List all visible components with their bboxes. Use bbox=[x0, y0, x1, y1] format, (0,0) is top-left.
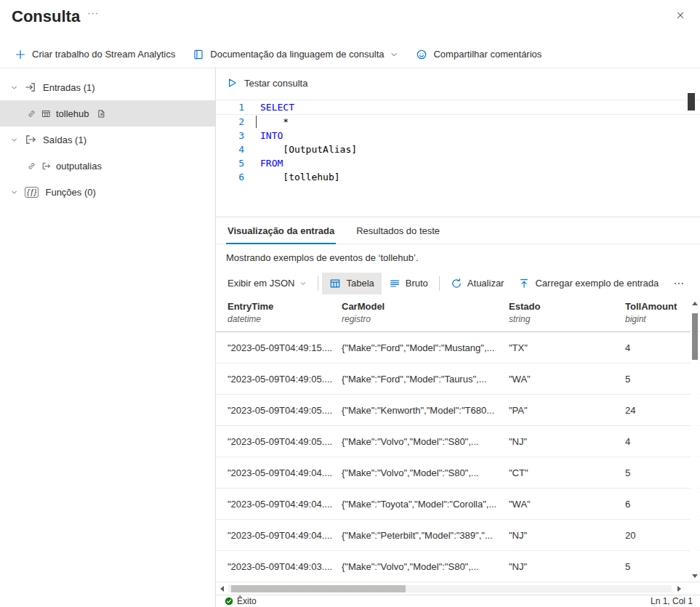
table-cell: {"Make":"Toyota","Model":"Corolla",... bbox=[342, 499, 509, 510]
sidebar-group-sa-das-1[interactable]: Saídas (1) bbox=[0, 126, 215, 153]
button-label: Compartilhar comentários bbox=[433, 49, 542, 60]
smiley-icon bbox=[416, 49, 427, 60]
column-name: Estado bbox=[509, 301, 625, 312]
refresh-button[interactable]: Atualizar bbox=[443, 273, 512, 294]
table-row[interactable]: "2023-05-09T04:49:04....{"Make":"Volvo",… bbox=[216, 457, 700, 489]
horizontal-scroll-thumb[interactable] bbox=[231, 585, 406, 592]
line-number: 5 bbox=[216, 156, 244, 170]
page-title: Consulta bbox=[12, 7, 80, 26]
table-row[interactable]: "2023-05-09T04:49:15....{"Make":"Ford","… bbox=[216, 332, 700, 363]
more-options-button[interactable] bbox=[666, 273, 692, 294]
status-bar: Êxito Ln 1, Col 1 bbox=[216, 595, 700, 607]
table-cell: "NJ" bbox=[509, 561, 625, 572]
preview-caption: Mostrando exemplos de eventos de ‘tolleh… bbox=[216, 244, 700, 270]
sidebar-group-fun-es-0[interactable]: {ƒ}Funções (0) bbox=[0, 179, 215, 205]
button-label: Exibir em JSON bbox=[228, 278, 294, 289]
column-type: string bbox=[509, 314, 625, 324]
table-row[interactable]: "2023-05-09T04:49:05....{"Make":"Kenwort… bbox=[216, 395, 700, 426]
book-icon bbox=[193, 49, 204, 60]
table-cell: {"Make":"Volvo","Model":"S80",... bbox=[342, 561, 509, 572]
code-line-6[interactable]: 6 [tollehub] bbox=[216, 170, 700, 184]
chevron-down-icon bbox=[10, 188, 18, 196]
column-header-tollamount[interactable]: TollAmountbigint bbox=[625, 301, 687, 331]
button-label: Bruto bbox=[406, 278, 428, 289]
table-horizontal-scrollbar[interactable] bbox=[216, 582, 700, 595]
table-vertical-scrollbar[interactable] bbox=[691, 302, 699, 578]
column-header-entrytime[interactable]: EntryTimedatetime bbox=[228, 301, 342, 331]
column-type: datetime bbox=[228, 314, 342, 324]
cursor-position: Ln 1, Col 1 bbox=[651, 596, 694, 606]
table-cell: 5 bbox=[625, 467, 687, 478]
tab-label: Visualização da entrada bbox=[228, 225, 334, 236]
upload-sample-input-button[interactable]: Carregar exemplo de entrada bbox=[511, 273, 666, 294]
tab-test-results[interactable]: Resultados do teste bbox=[355, 217, 441, 244]
sidebar-item-label: outputalias bbox=[56, 161, 102, 172]
sidebar-item-tollehub[interactable]: tollehub bbox=[0, 100, 215, 126]
share-feedback-button[interactable]: Compartilhar comentários bbox=[407, 41, 550, 68]
editor-scrollbar[interactable] bbox=[688, 93, 695, 110]
code-line-3[interactable]: 3INTO bbox=[216, 129, 700, 142]
table-icon bbox=[329, 278, 341, 289]
query-code-editor[interactable]: 1SELECT2 *3INTO4 [OutputAlias]5FROM6 [to… bbox=[216, 97, 700, 217]
table-cell: "2023-05-09T04:49:04.... bbox=[228, 499, 342, 510]
command-bar: Criar trabalho do Stream Analytics Docum… bbox=[0, 41, 700, 68]
test-query-row: Testar consulta bbox=[216, 68, 700, 97]
table-cell: {"Make":"Ford","Model":"Mustang",... bbox=[342, 342, 509, 353]
code-text: * bbox=[244, 115, 289, 129]
code-line-2[interactable]: 2 * bbox=[216, 115, 700, 129]
table-row[interactable]: "2023-05-09T04:49:04....{"Make":"Toyota"… bbox=[216, 489, 700, 520]
table-cell: "NJ" bbox=[509, 530, 625, 541]
upload-icon bbox=[518, 278, 530, 289]
output-icon bbox=[25, 134, 36, 145]
table-row[interactable]: "2023-05-09T04:49:05....{"Make":"Volvo",… bbox=[216, 426, 700, 457]
title-more-button[interactable]: ··· bbox=[87, 7, 99, 18]
vertical-scroll-thumb[interactable] bbox=[692, 313, 698, 360]
raw-view-button[interactable]: Bruto bbox=[382, 273, 435, 294]
table-cell: {"Make":"Volvo","Model":"S80",... bbox=[342, 467, 509, 478]
table-cell: "2023-05-09T04:49:05.... bbox=[228, 374, 342, 385]
table-cell: "PA" bbox=[509, 405, 625, 416]
table-cell: {"Make":"Ford","Model":"Taurus",... bbox=[342, 374, 509, 385]
table-row[interactable]: "2023-05-09T04:49:03....{"Make":"Volvo",… bbox=[216, 551, 700, 582]
preview-file-icon bbox=[97, 109, 106, 118]
code-line-4[interactable]: 4 [OutputAlias] bbox=[216, 142, 700, 156]
table-cell: "2023-05-09T04:49:04.... bbox=[228, 467, 342, 478]
sidebar-tree: Entradas (1)tollehubSaídas (1)outputalia… bbox=[0, 68, 216, 607]
titlebar: Consulta ··· bbox=[0, 0, 700, 41]
close-button[interactable] bbox=[675, 10, 685, 23]
button-label: Atualizar bbox=[467, 278, 504, 289]
table-cell: "NJ" bbox=[509, 436, 625, 447]
close-icon bbox=[675, 10, 685, 20]
line-number: 1 bbox=[216, 100, 244, 114]
column-header-estado[interactable]: Estadostring bbox=[509, 301, 625, 331]
table-view-button[interactable]: Tabela bbox=[322, 273, 381, 294]
link-icon bbox=[27, 161, 36, 171]
create-stream-job-button[interactable]: Criar trabalho do Stream Analytics bbox=[6, 41, 184, 68]
test-query-button[interactable]: Testar consulta bbox=[226, 77, 307, 89]
code-line-1[interactable]: 1SELECT bbox=[216, 100, 700, 115]
function-icon: {ƒ} bbox=[25, 187, 39, 198]
table-row[interactable]: "2023-05-09T04:49:05....{"Make":"Ford","… bbox=[216, 363, 700, 395]
json-view-dropdown[interactable]: Exibir em JSON bbox=[220, 273, 314, 294]
column-name: TollAmount bbox=[625, 301, 687, 312]
main-pane: Testar consulta 1SELECT2 *3INTO4 [Output… bbox=[216, 68, 700, 607]
table-cell: 5 bbox=[625, 374, 687, 385]
scroll-left-icon[interactable] bbox=[220, 586, 224, 592]
preview-toolbar: Exibir em JSON Tabela Bruto Atualizar bbox=[216, 270, 700, 296]
content-area: Entradas (1)tollehubSaídas (1)outputalia… bbox=[0, 68, 700, 607]
button-label: Tabela bbox=[346, 278, 374, 289]
scroll-down-icon[interactable] bbox=[692, 574, 698, 578]
column-header-carmodel[interactable]: CarModelregistro bbox=[342, 301, 509, 331]
table-row[interactable]: "2023-05-09T04:49:04....{"Make":"Peterbi… bbox=[216, 520, 700, 551]
table-cell: 24 bbox=[625, 405, 687, 416]
sidebar-group-entradas-1[interactable]: Entradas (1) bbox=[0, 74, 215, 100]
table-cell: "WA" bbox=[509, 374, 625, 385]
scroll-right-icon[interactable] bbox=[677, 586, 681, 592]
tab-input-preview[interactable]: Visualização da entrada bbox=[226, 217, 336, 244]
query-docs-dropdown[interactable]: Documentação da linguagem de consulta bbox=[184, 41, 407, 68]
sidebar-item-outputalias[interactable]: outputalias bbox=[0, 153, 215, 179]
code-text: INTO bbox=[244, 129, 283, 142]
code-line-5[interactable]: 5FROM bbox=[216, 156, 700, 170]
scroll-up-icon[interactable] bbox=[692, 302, 698, 305]
horizontal-scroll-track[interactable] bbox=[228, 585, 672, 592]
